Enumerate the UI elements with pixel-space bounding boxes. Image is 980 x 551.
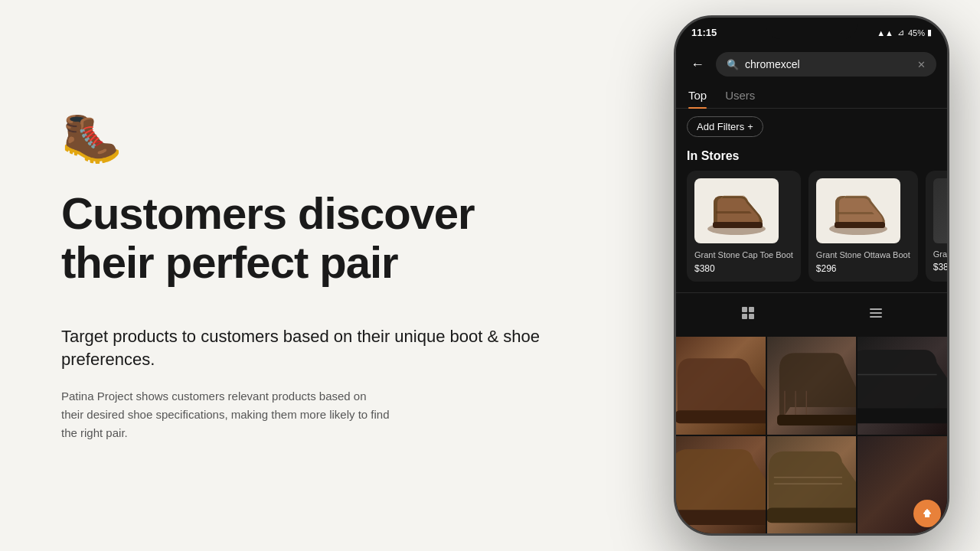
product-card-1-price: $380 [694,263,793,274]
phone-mockup: 11:15 ▲▲ ⊿ 45% ▮ ← 🔍 chromexcel ✕ [674,15,949,536]
svg-rect-11 [676,411,766,424]
right-section: 11:15 ▲▲ ⊿ 45% ▮ ← 🔍 chromexcel ✕ [658,0,980,551]
search-icon: 🔍 [727,59,739,70]
svg-rect-3 [835,222,885,228]
tabs-row: Top Users [676,84,947,109]
search-bar-row: ← 🔍 chromexcel ✕ [676,44,947,84]
photo-grid-cell-1 [676,337,766,434]
partial-image [933,178,947,243]
svg-rect-15 [767,507,857,523]
search-query: chromexcel [745,58,911,70]
svg-rect-7 [749,314,754,319]
sub-headline: Target products to customers based on th… [61,325,612,373]
products-scroll[interactable]: Grant Stone Cap Toe Boot $380 [676,171,947,292]
svg-rect-10 [870,316,882,318]
left-section: 🥾 Customers discover their perfect pair … [0,0,658,551]
product-card-2-image [816,178,900,243]
add-filters-button[interactable]: Add Filters + [687,116,763,137]
svg-rect-8 [870,308,882,310]
photo-grid-cell-4 [676,436,766,533]
tab-top[interactable]: Top [688,89,707,108]
svg-rect-12 [777,415,857,425]
product-card-1[interactable]: Grant Stone Cap Toe Boot $380 [687,171,801,282]
main-headline: Customers discover their perfect pair [61,189,612,287]
battery-indicator: 45% ▮ [908,28,932,37]
description: Patina Project shows customers relevant … [61,387,390,442]
svg-rect-14 [676,510,766,525]
signal-icon: ▲▲ [877,28,893,37]
product-card-2-name: Grant Stone Ottawa Boot [816,249,910,260]
svg-rect-9 [870,312,882,314]
filters-row: Add Filters + [676,109,947,145]
product-card-1-name: Grant Stone Cap Toe Boot [694,249,793,260]
in-stores-title: In Stores [676,145,947,171]
photo-grid-cell-2 [767,337,857,434]
phone-content: ← 🔍 chromexcel ✕ Top Users Add F [676,44,947,533]
partial-card-price: $380 [933,262,947,272]
battery-icon: ▮ [927,28,932,37]
wifi-icon: ⊿ [897,28,904,37]
svg-rect-5 [749,307,754,312]
svg-rect-13 [858,409,947,424]
phone-notch [766,18,858,39]
product-card-1-image [694,178,779,243]
product-card-2-price: $296 [816,263,910,274]
status-time: 11:15 [691,27,717,38]
photo-grid [676,337,947,533]
tab-users[interactable]: Users [725,89,755,108]
svg-rect-1 [713,222,763,228]
status-icons: ▲▲ ⊿ 45% ▮ [877,28,932,37]
grid-view-icon[interactable] [736,301,760,329]
svg-rect-17 [925,513,929,517]
clear-search-button[interactable]: ✕ [917,59,926,70]
photo-grid-cell-5 [767,436,857,533]
product-card-2[interactable]: Grant Stone Ottawa Boot $296 [808,171,918,282]
shoe-icon: 🥾 [61,109,612,166]
svg-rect-6 [742,314,747,319]
back-button[interactable]: ← [687,57,708,73]
plus-icon: + [747,121,753,132]
list-view-icon[interactable] [864,301,888,329]
scroll-to-top-button[interactable] [913,500,941,527]
photo-grid-cell-3 [858,337,947,434]
bottom-nav [676,292,947,337]
product-card-partial: Gran... $380 [926,171,947,282]
photo-grid-cell-6 [858,436,947,533]
svg-rect-4 [742,307,747,312]
search-bar[interactable]: 🔍 chromexcel ✕ [716,52,936,77]
partial-card-name: Gran... [933,249,947,259]
